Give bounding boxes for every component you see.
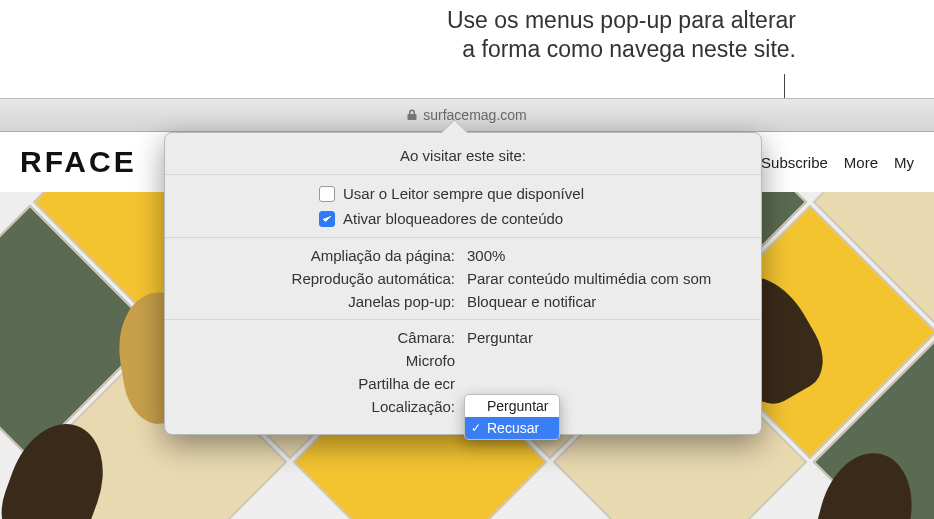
reader-checkbox[interactable] xyxy=(319,186,335,202)
page-content: RFACE Subscribe More My Ao visitar este … xyxy=(0,132,934,519)
check-icon: ✓ xyxy=(471,421,481,435)
autoplay-value[interactable]: Parar conteúdo multimédia com som xyxy=(467,270,711,287)
instruction-line-1: Use os menus pop-up para alterar xyxy=(447,6,796,35)
nav-more[interactable]: More xyxy=(844,154,878,171)
microphone-label: Microfo xyxy=(183,352,467,369)
row-location: Localização: Perguntar xyxy=(183,395,743,418)
row-zoom: Ampliação da página: 300% xyxy=(183,244,743,267)
row-screen-share: Partilha de ecr xyxy=(183,372,743,395)
dropdown-option-deny[interactable]: ✓ Recusar xyxy=(465,417,559,439)
row-popups: Janelas pop-up: Bloquear e notificar xyxy=(183,290,743,313)
lock-icon xyxy=(407,109,417,121)
blockers-checkbox[interactable] xyxy=(319,211,335,227)
section-permissions: Câmara: Perguntar Microfo Partilha de ec… xyxy=(165,319,761,424)
reader-checkbox-row[interactable]: Usar o Leitor sempre que disponível xyxy=(183,181,743,206)
camera-label: Câmara: xyxy=(183,329,467,346)
address-bar[interactable]: surfacemag.com xyxy=(407,107,526,123)
popups-label: Janelas pop-up: xyxy=(183,293,467,310)
blockers-checkbox-label: Ativar bloqueadores de conteúdo xyxy=(343,210,563,227)
option-deny-label: Recusar xyxy=(487,420,539,436)
location-label: Localização: xyxy=(183,398,467,415)
nav-subscribe[interactable]: Subscribe xyxy=(761,154,828,171)
url-text: surfacemag.com xyxy=(423,107,526,123)
autoplay-label: Reprodução automática: xyxy=(183,270,467,287)
popover-title: Ao visitar este site: xyxy=(165,133,761,174)
header-nav: Subscribe More My xyxy=(761,154,914,171)
reader-checkbox-label: Usar o Leitor sempre que disponível xyxy=(343,185,584,202)
row-autoplay: Reprodução automática: Parar conteúdo mu… xyxy=(183,267,743,290)
browser-toolbar: surfacemag.com xyxy=(0,98,934,132)
section-checkboxes: Usar o Leitor sempre que disponível Ativ… xyxy=(165,174,761,237)
permission-dropdown[interactable]: Perguntar ✓ Recusar xyxy=(464,394,560,440)
instruction-callout: Use os menus pop-up para alterar a forma… xyxy=(447,6,796,64)
instruction-line-2: a forma como navega neste site. xyxy=(447,35,796,64)
row-camera: Câmara: Perguntar xyxy=(183,326,743,349)
screen-share-label: Partilha de ecr xyxy=(183,375,467,392)
row-microphone: Microfo xyxy=(183,349,743,372)
section-page-settings: Ampliação da página: 300% Reprodução aut… xyxy=(165,237,761,319)
zoom-label: Ampliação da página: xyxy=(183,247,467,264)
dropdown-option-ask[interactable]: Perguntar xyxy=(465,395,559,417)
zoom-value[interactable]: 300% xyxy=(467,247,505,264)
camera-value[interactable]: Perguntar xyxy=(467,329,533,346)
option-ask-label: Perguntar xyxy=(487,398,548,414)
blockers-checkbox-row[interactable]: Ativar bloqueadores de conteúdo xyxy=(183,206,743,231)
site-settings-popover: Ao visitar este site: Usar o Leitor semp… xyxy=(164,132,762,435)
nav-my[interactable]: My xyxy=(894,154,914,171)
popups-value[interactable]: Bloquear e notificar xyxy=(467,293,596,310)
site-logo: RFACE xyxy=(20,145,137,179)
